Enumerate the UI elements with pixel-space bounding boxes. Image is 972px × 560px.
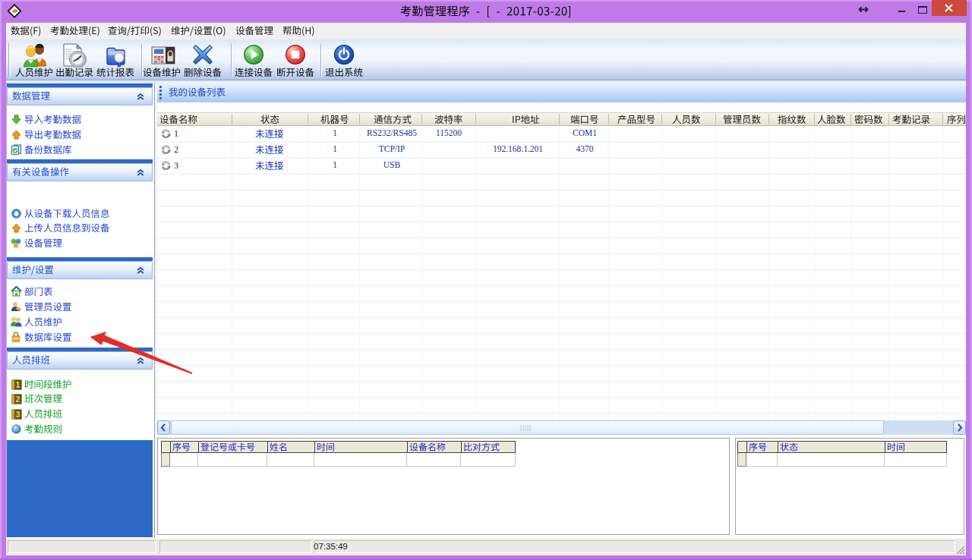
svg-text:1: 1: [16, 381, 21, 389]
svg-text:2: 2: [16, 395, 21, 404]
svg-text:3: 3: [16, 411, 21, 419]
